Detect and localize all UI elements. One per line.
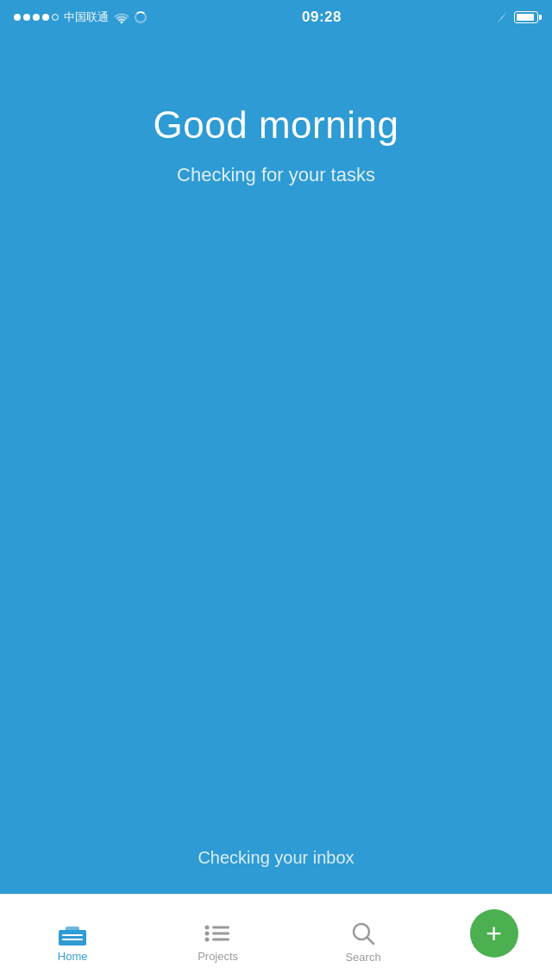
tab-search[interactable]: Search (291, 912, 436, 964)
svg-rect-9 (212, 938, 229, 940)
signal-dot-4 (42, 14, 49, 21)
status-bar: 中国联通 09:28 (0, 0, 552, 35)
search-icon (350, 920, 376, 946)
tab-bar: Home Projects Search + (0, 894, 552, 980)
loading-spinner (135, 11, 147, 23)
svg-rect-3 (62, 939, 83, 940)
wifi-icon (114, 11, 129, 23)
fab-container: + (436, 901, 552, 975)
battery-indicator (514, 11, 538, 23)
projects-icon (203, 921, 234, 945)
add-icon: + (486, 920, 502, 947)
add-task-button[interactable]: + (470, 909, 518, 958)
svg-point-8 (204, 937, 209, 941)
svg-rect-1 (66, 927, 79, 932)
status-left: 中国联通 (14, 9, 147, 25)
svg-line-11 (367, 937, 374, 944)
signal-dot-3 (33, 14, 40, 21)
svg-rect-7 (212, 932, 229, 934)
home-icon (57, 921, 88, 945)
signal-dot-5 (52, 14, 59, 21)
checking-inbox-text: Checking your inbox (198, 848, 354, 868)
projects-tab-label: Projects (198, 950, 238, 963)
search-tab-label: Search (345, 951, 380, 964)
tab-home[interactable]: Home (0, 913, 145, 963)
svg-rect-5 (212, 926, 229, 928)
main-content: Good morning Checking for your tasks Che… (0, 35, 552, 894)
signal-dots (14, 14, 59, 21)
tab-projects[interactable]: Projects (145, 913, 290, 963)
status-right (497, 11, 538, 23)
battery-fill (517, 14, 534, 21)
checking-tasks-text: Checking for your tasks (177, 164, 375, 186)
signal-dot-2 (23, 14, 30, 21)
svg-rect-0 (59, 930, 86, 945)
status-time: 09:28 (302, 9, 342, 26)
svg-point-4 (204, 925, 209, 929)
svg-point-6 (204, 931, 209, 935)
greeting-title: Good morning (154, 104, 399, 147)
home-tab-label: Home (58, 950, 88, 963)
location-icon (497, 11, 507, 23)
carrier-label: 中国联通 (64, 9, 109, 25)
signal-dot-1 (14, 14, 21, 21)
svg-rect-2 (62, 934, 83, 936)
